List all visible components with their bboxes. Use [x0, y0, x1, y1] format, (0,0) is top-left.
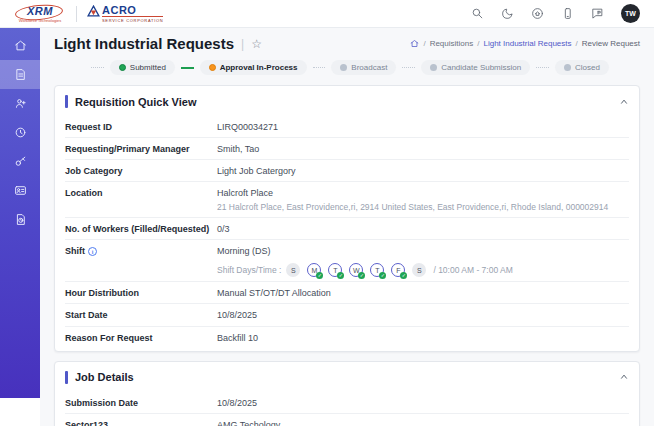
- id-card-icon: [14, 184, 27, 197]
- breadcrumb-label: Requisitions: [430, 39, 474, 48]
- breadcrumb-separator: /: [477, 39, 479, 48]
- detail-row: Start Date 10/8/2025: [65, 304, 629, 326]
- shift-day-chip: T ✓: [328, 263, 342, 277]
- collapse-chevron-icon[interactable]: [619, 372, 629, 382]
- moon-icon[interactable]: [501, 7, 514, 20]
- page-header: Light Industrial Requests | ☆ / Requisit…: [40, 28, 654, 55]
- breadcrumb-item[interactable]: / Review Request: [576, 39, 640, 48]
- field-label: Hour Distribution: [65, 287, 217, 299]
- workers-icon: [14, 97, 27, 110]
- stepper-connector: [313, 67, 326, 68]
- home-circle-icon[interactable]: [531, 7, 544, 20]
- check-icon: ✓: [316, 272, 323, 279]
- stepper-connector: [181, 67, 194, 69]
- stepper-connector: [536, 67, 549, 68]
- shift-day-chip: S ✓: [286, 263, 300, 277]
- check-icon: ✓: [337, 272, 344, 279]
- breadcrumb-label: Light Industrial Requests: [483, 39, 571, 48]
- field-label: Request ID: [65, 121, 217, 133]
- shift-time: / 10:00 AM - 7:00 AM: [433, 265, 512, 276]
- check-icon: ✓: [379, 272, 386, 279]
- field-label: Reason For Request: [65, 332, 217, 344]
- field-value: Halcroft Place 21 Halcroft Place, East P…: [217, 187, 629, 213]
- breadcrumb-separator: /: [576, 39, 578, 48]
- check-icon: ✓: [400, 272, 407, 279]
- sidebar-item-id-card[interactable]: [0, 176, 40, 205]
- stepper-pill: Broadcast: [331, 60, 396, 75]
- sidebar-item-time-history[interactable]: [0, 118, 40, 147]
- breadcrumb-item[interactable]: / Light Industrial Requests: [477, 39, 571, 48]
- user-avatar[interactable]: TW: [621, 4, 640, 23]
- shift-day-chip: T ✓: [370, 263, 384, 277]
- stepper-pill: Candidate Submission: [421, 60, 530, 75]
- field-label: Sector123: [65, 419, 217, 426]
- day-letter: S: [417, 266, 422, 275]
- sidebar-nav: [0, 28, 40, 398]
- detail-row: Job Category Light Job Catergory: [65, 160, 629, 182]
- sidebar-item-credentials[interactable]: [0, 147, 40, 176]
- breadcrumb-label: Review Request: [582, 39, 640, 48]
- detail-row: Reason For Request Backfill 10: [65, 327, 629, 348]
- detail-row: No. of Workers (Filled/Requested) 0/3: [65, 218, 629, 240]
- favorite-star-icon[interactable]: ☆: [251, 38, 262, 50]
- shift-days-label: Shift Days/Time :: [217, 265, 281, 276]
- main-content: Light Industrial Requests | ☆ / Requisit…: [40, 28, 654, 426]
- detail-row: Hour Distribution Manual ST/OT/DT Alloca…: [65, 282, 629, 304]
- search-icon[interactable]: [471, 7, 484, 20]
- sidebar-item-requisitions[interactable]: [0, 60, 40, 89]
- field-value: Manual ST/OT/DT Allocation: [217, 287, 629, 299]
- requisitions-icon: [14, 68, 27, 81]
- breadcrumb-item[interactable]: / Requisitions: [423, 39, 473, 48]
- info-icon[interactable]: i: [88, 247, 97, 256]
- day-letter: S: [291, 266, 296, 275]
- requisition-quick-view-card: Requisition Quick View Request ID LIRQ00…: [54, 85, 640, 352]
- field-value: Smith, Tao: [217, 143, 629, 155]
- field-label: Start Date: [65, 309, 217, 321]
- stepper-label: Candidate Submission: [441, 63, 521, 72]
- detail-row: Submission Date 10/8/2025: [65, 392, 629, 414]
- field-value: 10/8/2025: [217, 309, 629, 321]
- field-label: Location: [65, 187, 217, 213]
- stepper-label: Closed: [575, 63, 600, 72]
- sidebar-item-workers[interactable]: [0, 89, 40, 118]
- stepper-label: Broadcast: [351, 63, 387, 72]
- feedback-icon[interactable]: [591, 7, 604, 20]
- field-label: Shift i: [65, 245, 217, 277]
- shift-row: Shift i Morning (DS) Shift Days/Time : S…: [65, 240, 629, 282]
- acro-logo-text: ACRO: [102, 5, 163, 17]
- sidebar-item-document-history[interactable]: [0, 205, 40, 234]
- accent-bar: [65, 371, 68, 384]
- section-title: Job Details: [75, 371, 134, 383]
- detail-row: Sector123 AMG Techology: [65, 414, 629, 426]
- logo-divider: [76, 6, 77, 22]
- breadcrumb: / Requisitions / Light Industrial Reques…: [410, 39, 640, 48]
- stepper-connector: [91, 67, 104, 68]
- acro-triangle-icon: [87, 5, 100, 17]
- mobile-icon[interactable]: [561, 7, 574, 20]
- collapse-chevron-icon[interactable]: [619, 97, 629, 107]
- field-label: Requesting/Primary Manager: [65, 143, 217, 155]
- card-header: Job Details: [55, 362, 639, 391]
- sidebar-item-home[interactable]: [0, 31, 40, 60]
- stepper-dot-icon: [119, 64, 126, 71]
- history-icon: [14, 126, 27, 139]
- detail-row: Request ID LIRQ00034271: [65, 116, 629, 138]
- breadcrumb-home-icon[interactable]: [410, 39, 419, 48]
- stepper-dot-icon: [209, 64, 216, 71]
- home-icon: [14, 39, 27, 52]
- shift-day-chip: M ✓: [307, 263, 321, 277]
- field-value: 10/8/2025: [217, 397, 629, 409]
- acro-logo: ACRO SERVICE CORPORATION: [87, 5, 163, 23]
- field-label: Job Category: [65, 165, 217, 177]
- field-label: Submission Date: [65, 397, 217, 409]
- detail-row: Location Halcroft Place 21 Halcroft Plac…: [65, 182, 629, 218]
- key-icon: [14, 155, 27, 168]
- stepper-dot-icon: [564, 64, 571, 71]
- field-label: No. of Workers (Filled/Requested): [65, 223, 217, 235]
- section-title: Requisition Quick View: [75, 96, 196, 108]
- stepper-label: Approval In-Process: [220, 63, 298, 72]
- stepper-connector: [402, 67, 415, 68]
- shift-day-chip: S ✓: [412, 263, 426, 277]
- shift-day-chip: F ✓: [391, 263, 405, 277]
- accent-bar: [65, 95, 68, 108]
